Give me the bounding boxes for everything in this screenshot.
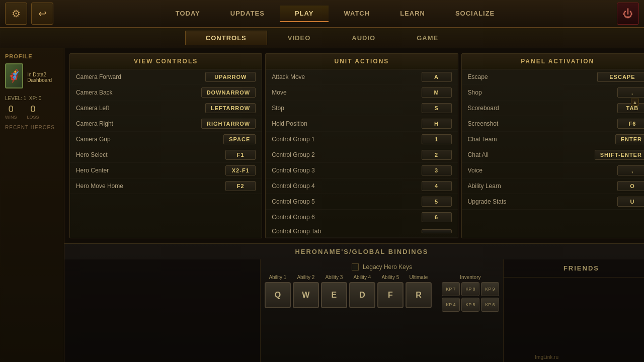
screenshot-key[interactable]: F6 bbox=[617, 119, 644, 129]
legacy-keys-row: Legacy Hero Keys bbox=[352, 263, 412, 270]
control-row-scoreboard[interactable]: Scoreboard TAB bbox=[462, 101, 644, 116]
nav-item-updates[interactable]: UPDATES bbox=[215, 6, 280, 22]
tab-controls[interactable]: CONTROLS bbox=[185, 31, 267, 45]
control-row-hero-center[interactable]: Hero Center X2-F1 bbox=[70, 163, 262, 178]
control-row-cg-tab[interactable]: Control Group Tab bbox=[266, 225, 457, 238]
camera-forward-key[interactable]: UPARROW bbox=[205, 72, 256, 82]
app-container: ⚙ ↩ TODAY UPDATES PLAY WATCH LEARN SOCIA… bbox=[0, 0, 644, 362]
ability-5-key[interactable]: F bbox=[377, 282, 404, 308]
inv-key-2[interactable]: KP 8 bbox=[461, 282, 479, 296]
ability-2-key[interactable]: W bbox=[293, 282, 319, 308]
move-key[interactable]: M bbox=[422, 87, 452, 98]
bottom-area: HERONAME'S/GLOBAL BINDINGS Legacy Hero K… bbox=[64, 243, 644, 362]
camera-right-key[interactable]: RIGHTARROW bbox=[201, 119, 256, 129]
camera-back-key[interactable]: DOWNARROW bbox=[201, 87, 256, 98]
cg2-key[interactable]: 2 bbox=[422, 150, 452, 160]
control-row-hero-select[interactable]: Hero Select F1 bbox=[70, 147, 262, 163]
ultimate-key[interactable]: R bbox=[406, 282, 432, 308]
control-row-camera-forward[interactable]: Camera Forward UPARROW bbox=[70, 69, 262, 85]
nav-item-watch[interactable]: WATCH bbox=[329, 6, 385, 22]
cg3-key[interactable]: 3 bbox=[422, 165, 452, 175]
control-row-cg3[interactable]: Control Group 3 3 bbox=[266, 163, 457, 178]
control-row-cg6[interactable]: Control Group 6 6 bbox=[266, 210, 457, 225]
control-row-camera-grip[interactable]: Camera Grip SPACE bbox=[70, 132, 262, 147]
inv-key-1[interactable]: KP 7 bbox=[442, 282, 460, 296]
nav-item-play[interactable]: PLAY bbox=[280, 6, 329, 22]
legacy-keys-checkbox[interactable] bbox=[352, 263, 359, 270]
hero-move-home-key[interactable]: F2 bbox=[225, 181, 256, 191]
control-row-escape[interactable]: Escape ESCAPE bbox=[462, 69, 644, 85]
control-row-chat-all[interactable]: Chat All SHIFT-ENTER bbox=[462, 147, 644, 163]
watermark: ImgLink.ru bbox=[535, 354, 558, 360]
view-controls-section: VIEW CONTROLS Camera Forward UPARROW Cam… bbox=[69, 53, 262, 238]
power-button[interactable]: ⏻ bbox=[617, 3, 639, 25]
chat-all-key[interactable]: SHIFT-ENTER bbox=[595, 150, 644, 160]
ability-3-col: Ability 3 E bbox=[321, 275, 347, 308]
profile-panel: PROFILE 🦸 In Dota2 Dashboard LEVEL: 1 XP… bbox=[0, 48, 64, 362]
settings-button[interactable]: ⚙ bbox=[5, 3, 27, 25]
upgrade-stats-key[interactable]: U bbox=[617, 197, 644, 207]
control-row-camera-left[interactable]: Camera Left LEFTARROW bbox=[70, 101, 262, 116]
ability-3-key[interactable]: E bbox=[321, 282, 347, 308]
nav-item-socialize[interactable]: SOCIALIZE bbox=[440, 6, 510, 22]
control-row-stop[interactable]: Stop S bbox=[266, 101, 457, 116]
scroll-up-button[interactable]: ▲ bbox=[631, 99, 639, 106]
cg4-key[interactable]: 4 bbox=[422, 181, 452, 191]
hold-position-key[interactable]: H bbox=[422, 119, 452, 129]
losses-count: 0 bbox=[27, 104, 39, 115]
hero-select-key[interactable]: F1 bbox=[225, 150, 256, 160]
bottom-left-panel bbox=[64, 259, 261, 362]
stop-key[interactable]: S bbox=[422, 103, 452, 113]
ability-4-key[interactable]: D bbox=[349, 282, 375, 308]
tab-audio[interactable]: AUDIO bbox=[331, 31, 396, 45]
cg1-label: Control Group 1 bbox=[272, 136, 314, 143]
hero-center-key[interactable]: X2-F1 bbox=[225, 165, 256, 175]
control-row-camera-back[interactable]: Camera Back DOWNARROW bbox=[70, 85, 262, 101]
control-row-ability-learn[interactable]: Ability Learn O bbox=[462, 178, 644, 194]
cg2-label: Control Group 2 bbox=[272, 151, 314, 158]
control-row-hero-move-home[interactable]: Hero Move Home F2 bbox=[70, 178, 262, 194]
control-row-cg1[interactable]: Control Group 1 1 bbox=[266, 132, 457, 147]
control-row-voice[interactable]: Voice , bbox=[462, 163, 644, 178]
stop-label: Stop bbox=[272, 105, 284, 112]
control-row-screenshot[interactable]: Screenshot F6 bbox=[462, 116, 644, 132]
inv-key-3[interactable]: KP 9 bbox=[481, 282, 499, 296]
inv-key-5[interactable]: KP 5 bbox=[461, 298, 479, 312]
nav-item-today[interactable]: TODAY bbox=[160, 6, 215, 22]
control-row-chat-team[interactable]: Chat Team ENTER bbox=[462, 132, 644, 147]
cg-tab-key[interactable] bbox=[422, 229, 452, 233]
tab-game[interactable]: GAME bbox=[396, 31, 459, 45]
chat-team-key[interactable]: ENTER bbox=[615, 134, 644, 144]
control-row-shop[interactable]: Shop . bbox=[462, 85, 644, 101]
bottom-panels: Legacy Hero Keys Ability 1 Q bbox=[64, 259, 644, 362]
power-icon: ⏻ bbox=[623, 8, 633, 20]
inv-key-4[interactable]: KP 4 bbox=[442, 298, 460, 312]
camera-left-key[interactable]: LEFTARROW bbox=[205, 103, 256, 113]
voice-key[interactable]: , bbox=[617, 165, 644, 175]
control-row-cg4[interactable]: Control Group 4 4 bbox=[266, 178, 457, 194]
nav-item-learn[interactable]: LEARN bbox=[385, 6, 440, 22]
cg6-key[interactable]: 6 bbox=[422, 212, 452, 222]
back-button[interactable]: ↩ bbox=[31, 3, 53, 25]
control-row-camera-right[interactable]: Camera Right RIGHTARROW bbox=[70, 116, 262, 132]
cg5-key[interactable]: 5 bbox=[422, 197, 452, 207]
cg1-key[interactable]: 1 bbox=[422, 134, 452, 144]
shop-key[interactable]: . bbox=[617, 87, 644, 98]
cg-tab-label: Control Group Tab bbox=[272, 228, 321, 235]
control-row-upgrade-stats[interactable]: Upgrade Stats U bbox=[462, 194, 644, 210]
escape-key[interactable]: ESCAPE bbox=[597, 72, 644, 82]
ability-1-label: Ability 1 bbox=[269, 275, 286, 280]
control-row-hold-position[interactable]: Hold Position H bbox=[266, 116, 457, 132]
attack-move-key[interactable]: A bbox=[422, 72, 452, 82]
hero-move-home-label: Hero Move Home bbox=[76, 183, 123, 190]
control-row-attack-move[interactable]: Attack Move A bbox=[266, 69, 457, 85]
ability-1-key[interactable]: Q bbox=[265, 282, 291, 308]
control-row-cg5[interactable]: Control Group 5 5 bbox=[266, 194, 457, 210]
ability-learn-key[interactable]: O bbox=[617, 181, 644, 191]
inv-key-6[interactable]: KP 6 bbox=[481, 298, 499, 312]
control-row-cg2[interactable]: Control Group 2 2 bbox=[266, 147, 457, 163]
camera-grip-key[interactable]: SPACE bbox=[223, 134, 256, 144]
view-controls-header: VIEW CONTROLS bbox=[70, 54, 262, 69]
control-row-move[interactable]: Move M bbox=[266, 85, 457, 101]
tab-video[interactable]: VIDEO bbox=[267, 31, 331, 45]
